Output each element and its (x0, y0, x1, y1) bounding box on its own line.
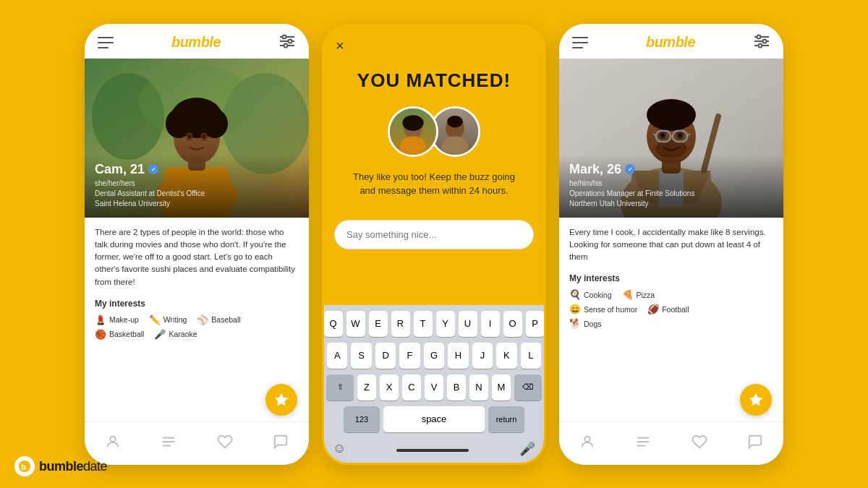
svg-point-23 (110, 437, 115, 442)
key-d[interactable]: D (375, 343, 396, 369)
interest-writing: ✏️ Writing (149, 314, 187, 325)
key-x[interactable]: X (380, 374, 399, 401)
filter-icon-left[interactable] (278, 34, 296, 51)
interest-makeup: 💄 Make-up (95, 314, 139, 325)
key-w[interactable]: W (346, 311, 365, 337)
message-input[interactable] (334, 220, 534, 249)
key-h[interactable]: H (448, 343, 468, 369)
svg-point-20 (188, 134, 191, 138)
mark-name: Mark, 26 ✓ (569, 162, 773, 177)
key-a[interactable]: A (327, 343, 347, 369)
phone-right: bumble (559, 24, 783, 465)
key-n[interactable]: N (469, 374, 488, 401)
phone-left-header: bumble (85, 24, 309, 59)
key-k[interactable]: K (496, 343, 516, 369)
key-j[interactable]: J (472, 343, 493, 369)
key-c[interactable]: C (402, 374, 421, 401)
phones-container: bumble (0, 0, 868, 488)
key-f[interactable]: F (399, 343, 420, 369)
key-shift[interactable]: ⇧ (326, 374, 354, 401)
phone-left: bumble (85, 24, 309, 465)
key-i[interactable]: I (481, 311, 500, 337)
superswipe-button-left[interactable] (265, 384, 297, 416)
key-return[interactable]: return (488, 406, 524, 432)
message-input-area (324, 220, 544, 257)
cam-meta: she/her/hers Dental Assistant at Dentist… (95, 179, 299, 209)
svg-point-40 (759, 43, 762, 47)
svg-point-38 (757, 35, 761, 38)
key-v[interactable]: V (425, 374, 443, 401)
svg-point-63 (584, 437, 590, 442)
key-space[interactable]: space (383, 406, 485, 432)
keyboard-row-3: ⇧ Z X C V B N M ⌫ (327, 374, 541, 401)
key-s[interactable]: S (351, 343, 371, 369)
interest-basketball: 🏀 Basketball (95, 329, 144, 340)
match-subtitle: They like you too! Keep the buzz going a… (324, 170, 544, 198)
profile-image-mark: Mark, 26 ✓ he/him/his Operations Manager… (559, 59, 783, 218)
profile-image-cam: Cam, 21 ✓ she/her/hers Dental Assistant … (85, 59, 309, 218)
keyboard-bottom: ☺ 🎤 (327, 438, 541, 458)
interest-baseball: ⚾ Baseball (197, 314, 240, 325)
mark-interests: My interests 🍳 Cooking 🍕 Pizza 😄 Sense o… (559, 269, 783, 340)
keyboard: Q W E R T Y U I O P A S D F G H (324, 305, 544, 463)
key-m[interactable]: M (492, 374, 511, 401)
nav-heart-left[interactable] (216, 433, 234, 450)
menu-icon-right[interactable] (572, 37, 588, 48)
mark-interests-row2: 😄 Sense of humor 🏈 Football (569, 304, 773, 314)
filter-icon-right[interactable] (753, 34, 770, 51)
cam-interests: My interests 💄 Make-up ✏️ Writing ⚾ Base… (85, 294, 309, 351)
keyboard-row-2: A S D F G H J K L (327, 343, 541, 369)
cam-name: Cam, 21 ✓ (95, 162, 299, 177)
key-o[interactable]: O (503, 311, 522, 337)
key-g[interactable]: G (424, 343, 444, 369)
menu-icon-left[interactable] (98, 37, 114, 48)
svg-point-33 (447, 116, 463, 127)
cam-interests-title: My interests (95, 299, 299, 309)
match-close-button[interactable]: × (336, 38, 344, 54)
watermark-label: bumbledate (39, 459, 107, 474)
phone-right-header: bumble (559, 24, 783, 59)
mark-profile-overlay: Mark, 26 ✓ he/him/his Operations Manager… (559, 155, 783, 218)
nav-messages-left[interactable] (160, 433, 177, 450)
interest-humor: 😄 Sense of humor (569, 304, 637, 314)
svg-point-29 (402, 115, 423, 131)
mark-bio: Every time I cook, I accidentally make l… (559, 218, 783, 270)
match-avatars (388, 106, 480, 157)
app-title-right: bumble (646, 34, 695, 51)
key-123[interactable]: 123 (344, 406, 380, 432)
nav-profile-left[interactable] (104, 433, 122, 450)
nav-chat-left[interactable] (272, 433, 289, 450)
mark-interests-row1: 🍳 Cooking 🍕 Pizza (569, 289, 773, 300)
verified-badge-cam: ✓ (148, 164, 158, 174)
nav-heart-right[interactable] (691, 433, 708, 450)
nav-chat-right[interactable] (746, 433, 764, 450)
key-l[interactable]: L (521, 343, 541, 369)
nav-profile-right[interactable] (579, 433, 596, 450)
key-r[interactable]: R (391, 311, 410, 337)
interest-karaoke: 🎤 Karaoke (154, 329, 197, 340)
key-t[interactable]: T (414, 311, 433, 337)
keyboard-row-1: Q W E R T Y U I O P (327, 311, 541, 337)
verified-badge-mark: ✓ (625, 164, 635, 174)
nav-messages-right[interactable] (634, 433, 652, 450)
key-b[interactable]: B (447, 374, 466, 401)
interest-football: 🏈 Football (647, 304, 689, 314)
key-u[interactable]: U (459, 311, 477, 337)
match-avatar-user (388, 106, 438, 157)
svg-marker-62 (749, 393, 762, 405)
key-backspace[interactable]: ⌫ (514, 374, 542, 401)
cam-interests-row2: 🏀 Basketball 🎤 Karaoke (95, 329, 299, 340)
key-z[interactable]: Z (357, 374, 376, 401)
key-p[interactable]: P (526, 311, 545, 337)
cam-bio: There are 2 types of people in the world… (85, 218, 309, 294)
mark-interests-title: My interests (569, 273, 773, 283)
emoji-icon[interactable]: ☺ (333, 441, 346, 456)
svg-point-3 (283, 35, 286, 38)
svg-point-21 (203, 134, 205, 138)
key-e[interactable]: E (369, 311, 388, 337)
microphone-icon[interactable]: 🎤 (519, 441, 535, 457)
superswipe-button-right[interactable] (740, 384, 772, 416)
key-y[interactable]: Y (436, 311, 455, 337)
svg-point-54 (661, 133, 664, 137)
key-q[interactable]: Q (324, 311, 343, 337)
